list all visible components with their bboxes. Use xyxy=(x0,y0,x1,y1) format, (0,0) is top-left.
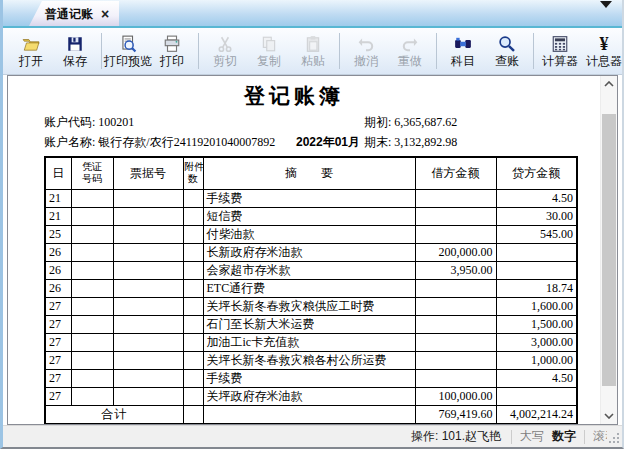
cell-bill-no[interactable] xyxy=(113,189,183,207)
cell-credit[interactable]: 4.50 xyxy=(496,369,577,387)
cell-summary[interactable]: 关坪长新冬春救灾粮各村公所运费 xyxy=(203,351,415,369)
cell-day[interactable]: 26 xyxy=(45,261,71,279)
cell-day[interactable]: 26 xyxy=(45,279,71,297)
toolbar-button-audit[interactable]: 查账 xyxy=(485,28,529,74)
cell-day[interactable]: 27 xyxy=(45,387,71,405)
cell-debit[interactable] xyxy=(415,279,496,297)
cell-bill-no[interactable] xyxy=(113,243,183,261)
cell-credit[interactable]: 545.00 xyxy=(496,225,577,243)
cell-summary[interactable]: 石门至长新大米运费 xyxy=(203,315,415,333)
cell-bill-no[interactable] xyxy=(113,207,183,225)
cell-summary[interactable]: ETC通行费 xyxy=(203,279,415,297)
scrollbar-thumb[interactable] xyxy=(602,114,616,386)
toolbar-button-print[interactable]: 打印 xyxy=(150,28,194,74)
cell-debit[interactable] xyxy=(415,315,496,333)
cell-credit[interactable]: 1,500.00 xyxy=(496,315,577,333)
cell-day[interactable]: 27 xyxy=(45,351,71,369)
cell-attachments[interactable] xyxy=(183,189,203,207)
cell-attachments[interactable] xyxy=(183,333,203,351)
cell-voucher-no[interactable] xyxy=(71,387,113,405)
cell-attachments[interactable] xyxy=(183,207,203,225)
cell-credit[interactable] xyxy=(496,243,577,261)
cell-credit[interactable]: 4.50 xyxy=(496,189,577,207)
table-row[interactable]: 27手续费4.50 xyxy=(45,369,577,387)
cell-bill-no[interactable] xyxy=(113,279,183,297)
vertical-scrollbar[interactable] xyxy=(600,76,617,424)
table-row[interactable]: 26会家超市存米款3,950.00 xyxy=(45,261,577,279)
cell-debit[interactable] xyxy=(415,351,496,369)
cell-day[interactable]: 27 xyxy=(45,315,71,333)
cell-voucher-no[interactable] xyxy=(71,279,113,297)
cell-attachments[interactable] xyxy=(183,225,203,243)
toolbar-button-folder-open[interactable]: 打开 xyxy=(9,28,53,74)
cell-debit[interactable] xyxy=(415,225,496,243)
cell-voucher-no[interactable] xyxy=(71,261,113,279)
cell-debit[interactable] xyxy=(415,207,496,225)
cell-summary[interactable]: 手续费 xyxy=(203,369,415,387)
cell-voucher-no[interactable] xyxy=(71,351,113,369)
cell-debit[interactable]: 100,000.00 xyxy=(415,387,496,405)
cell-attachments[interactable] xyxy=(183,297,203,315)
cell-day[interactable]: 27 xyxy=(45,369,71,387)
cell-summary[interactable]: 加油工ic卡充值款 xyxy=(203,333,415,351)
cell-voucher-no[interactable] xyxy=(71,297,113,315)
scroll-down-icon[interactable] xyxy=(601,408,617,424)
cell-day[interactable]: 25 xyxy=(45,225,71,243)
tab-ordinary-bookkeeping[interactable]: 普通记账 × xyxy=(29,1,119,26)
cell-day[interactable]: 21 xyxy=(45,207,71,225)
cell-summary[interactable]: 关坪政府存米油款 xyxy=(203,387,415,405)
cell-debit[interactable] xyxy=(415,189,496,207)
cell-attachments[interactable] xyxy=(183,387,203,405)
scroll-up-icon[interactable] xyxy=(601,76,617,92)
table-row[interactable]: 26ETC通行费18.74 xyxy=(45,279,577,297)
cell-bill-no[interactable] xyxy=(113,387,183,405)
table-row[interactable]: 25付柴油款545.00 xyxy=(45,225,577,243)
cell-credit[interactable]: 1,000.00 xyxy=(496,351,577,369)
cell-summary[interactable]: 会家超市存米款 xyxy=(203,261,415,279)
cell-bill-no[interactable] xyxy=(113,351,183,369)
table-row[interactable]: 26长新政府存米油款200,000.00 xyxy=(45,243,577,261)
cell-day[interactable]: 27 xyxy=(45,333,71,351)
cell-summary[interactable]: 手续费 xyxy=(203,189,415,207)
cell-credit[interactable]: 1,600.00 xyxy=(496,297,577,315)
close-icon[interactable]: × xyxy=(101,7,109,21)
cell-bill-no[interactable] xyxy=(113,225,183,243)
cell-bill-no[interactable] xyxy=(113,369,183,387)
cell-summary[interactable]: 关坪长新冬春救灾粮供应工时费 xyxy=(203,297,415,315)
cell-attachments[interactable] xyxy=(183,351,203,369)
toolbar-button-interest[interactable]: ¥计息器 xyxy=(582,28,622,74)
cell-debit[interactable] xyxy=(415,369,496,387)
cell-voucher-no[interactable] xyxy=(71,207,113,225)
cell-voucher-no[interactable] xyxy=(71,225,113,243)
cell-attachments[interactable] xyxy=(183,369,203,387)
table-row[interactable]: 27关坪长新冬春救灾粮各村公所运费1,000.00 xyxy=(45,351,577,369)
resize-grip[interactable] xyxy=(607,429,621,445)
cell-voucher-no[interactable] xyxy=(71,333,113,351)
cell-voucher-no[interactable] xyxy=(71,315,113,333)
cell-debit[interactable] xyxy=(415,297,496,315)
cell-credit[interactable]: 3,000.00 xyxy=(496,333,577,351)
cell-credit[interactable]: 30.00 xyxy=(496,207,577,225)
table-row[interactable]: 27石门至长新大米运费1,500.00 xyxy=(45,315,577,333)
cell-day[interactable]: 26 xyxy=(45,243,71,261)
cell-bill-no[interactable] xyxy=(113,297,183,315)
cell-voucher-no[interactable] xyxy=(71,243,113,261)
cell-debit[interactable] xyxy=(415,333,496,351)
cell-summary[interactable]: 付柴油款 xyxy=(203,225,415,243)
cell-summary[interactable]: 短信费 xyxy=(203,207,415,225)
cell-credit[interactable] xyxy=(496,387,577,405)
table-row[interactable]: 27关坪政府存米油款100,000.00 xyxy=(45,387,577,405)
cell-bill-no[interactable] xyxy=(113,261,183,279)
cell-attachments[interactable] xyxy=(183,315,203,333)
toolbar-button-subjects[interactable]: 科目 xyxy=(441,28,485,74)
cell-debit[interactable]: 3,950.00 xyxy=(415,261,496,279)
table-row[interactable]: 27关坪长新冬春救灾粮供应工时费1,600.00 xyxy=(45,297,577,315)
table-row[interactable]: 21短信费30.00 xyxy=(45,207,577,225)
cell-voucher-no[interactable] xyxy=(71,369,113,387)
toolbar-button-print-preview[interactable]: 打印预览 xyxy=(106,28,150,74)
cell-credit[interactable]: 18.74 xyxy=(496,279,577,297)
cell-day[interactable]: 21 xyxy=(45,189,71,207)
table-row[interactable]: 27加油工ic卡充值款3,000.00 xyxy=(45,333,577,351)
toolbar-button-calculator[interactable]: 计算器 xyxy=(538,28,582,74)
cell-attachments[interactable] xyxy=(183,243,203,261)
